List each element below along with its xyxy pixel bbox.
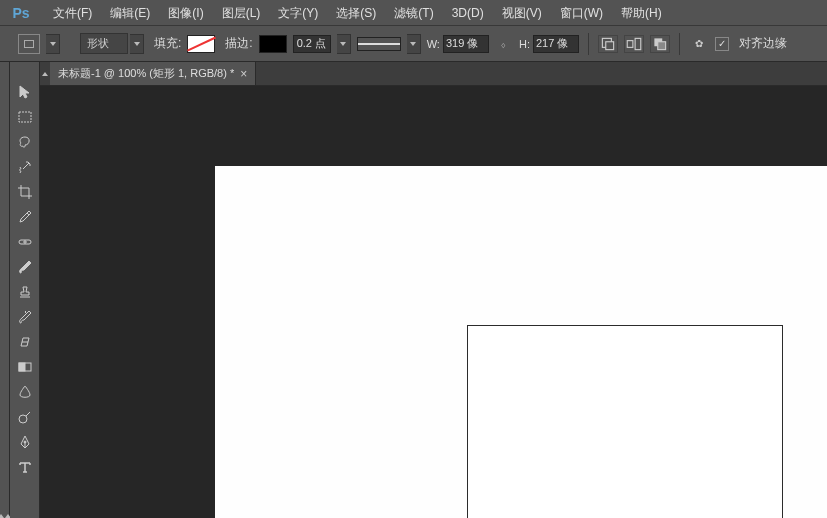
menu-3d[interactable]: 3D(D) bbox=[443, 0, 493, 26]
document-tab[interactable]: 未标题-1 @ 100% (矩形 1, RGB/8) * × bbox=[50, 62, 256, 85]
width-label: W: bbox=[427, 38, 440, 50]
healing-tool-icon[interactable] bbox=[14, 232, 36, 252]
stamp-tool-icon[interactable] bbox=[14, 282, 36, 302]
stroke-swatch[interactable] bbox=[259, 35, 287, 53]
menu-help[interactable]: 帮助(H) bbox=[612, 0, 671, 26]
menu-filter[interactable]: 滤镜(T) bbox=[385, 0, 442, 26]
eyedropper-tool-icon[interactable] bbox=[14, 207, 36, 227]
stroke-type-picker[interactable] bbox=[357, 37, 401, 51]
height-label: H: bbox=[519, 38, 530, 50]
tool-preset-picker[interactable] bbox=[18, 34, 40, 54]
close-tab-icon[interactable]: × bbox=[240, 67, 247, 81]
menu-bar: Ps 文件(F) 编辑(E) 图像(I) 图层(L) 文字(Y) 选择(S) 滤… bbox=[0, 0, 827, 26]
divider bbox=[679, 33, 680, 55]
stroke-width-input[interactable]: 0.2 点 bbox=[293, 35, 331, 53]
menu-window[interactable]: 窗口(W) bbox=[551, 0, 612, 26]
fill-label: 填充: bbox=[154, 35, 181, 52]
link-wh-icon[interactable]: ⬨ bbox=[495, 35, 513, 53]
shape-mode-arrow[interactable] bbox=[130, 34, 144, 54]
document-tab-strip: 未标题-1 @ 100% (矩形 1, RGB/8) * × bbox=[40, 62, 827, 86]
menu-layer[interactable]: 图层(L) bbox=[213, 0, 270, 26]
stroke-type-dropdown[interactable] bbox=[407, 34, 421, 54]
path-arrange-icon[interactable] bbox=[650, 35, 670, 53]
svg-point-10 bbox=[19, 415, 27, 423]
gear-icon[interactable]: ✿ bbox=[689, 35, 709, 53]
menu-edit[interactable]: 编辑(E) bbox=[101, 0, 159, 26]
type-tool-icon[interactable] bbox=[14, 457, 36, 477]
svg-rect-6 bbox=[19, 112, 31, 122]
stroke-label: 描边: bbox=[225, 35, 252, 52]
menu-type[interactable]: 文字(Y) bbox=[269, 0, 327, 26]
canvas[interactable] bbox=[215, 166, 827, 518]
document-tab-title: 未标题-1 @ 100% (矩形 1, RGB/8) * bbox=[58, 66, 234, 81]
pen-tool-icon[interactable] bbox=[14, 432, 36, 452]
menu-select[interactable]: 选择(S) bbox=[327, 0, 385, 26]
width-input[interactable]: 319 像 bbox=[443, 35, 489, 53]
menu-file[interactable]: 文件(F) bbox=[44, 0, 101, 26]
lasso-tool-icon[interactable] bbox=[14, 132, 36, 152]
rectangle-shape[interactable] bbox=[467, 325, 783, 518]
canvas-viewport[interactable] bbox=[40, 86, 827, 518]
width-group: W: 319 像 bbox=[427, 35, 489, 53]
gradient-tool-icon[interactable] bbox=[14, 357, 36, 377]
document-area: 未标题-1 @ 100% (矩形 1, RGB/8) * × bbox=[40, 62, 827, 518]
app-logo: Ps bbox=[10, 2, 32, 24]
tools-panel bbox=[10, 62, 40, 518]
svg-point-11 bbox=[24, 441, 26, 443]
eraser-tool-icon[interactable] bbox=[14, 332, 36, 352]
menu-image[interactable]: 图像(I) bbox=[159, 0, 212, 26]
shape-mode-dropdown[interactable]: 形状 bbox=[80, 33, 144, 54]
svg-rect-3 bbox=[635, 38, 641, 49]
dodge-tool-icon[interactable] bbox=[14, 407, 36, 427]
height-input[interactable]: 217 像 bbox=[533, 35, 579, 53]
fill-swatch[interactable] bbox=[187, 35, 215, 53]
divider bbox=[588, 33, 589, 55]
align-edges-checkbox[interactable]: ✓ bbox=[715, 37, 729, 51]
stroke-width-dropdown[interactable] bbox=[337, 34, 351, 54]
path-operations-icon[interactable] bbox=[598, 35, 618, 53]
move-tool-icon[interactable] bbox=[14, 82, 36, 102]
height-group: H: 217 像 bbox=[519, 35, 579, 53]
tabstrip-toggle-icon[interactable] bbox=[40, 62, 50, 85]
svg-rect-5 bbox=[658, 41, 666, 49]
history-brush-tool-icon[interactable] bbox=[14, 307, 36, 327]
brush-tool-icon[interactable] bbox=[14, 257, 36, 277]
toolbar-collapse-strip[interactable] bbox=[0, 62, 10, 518]
menu-view[interactable]: 视图(V) bbox=[493, 0, 551, 26]
magic-wand-tool-icon[interactable] bbox=[14, 157, 36, 177]
svg-rect-2 bbox=[627, 40, 633, 47]
svg-rect-1 bbox=[606, 41, 614, 49]
options-bar: 形状 填充: 描边: 0.2 点 W: 319 像 ⬨ H: 217 像 ✿ ✓… bbox=[0, 26, 827, 62]
svg-rect-9 bbox=[19, 363, 25, 371]
shape-mode-label: 形状 bbox=[80, 33, 128, 54]
align-edges-label: 对齐边缘 bbox=[739, 35, 787, 52]
marquee-tool-icon[interactable] bbox=[14, 107, 36, 127]
tool-preset-dropdown[interactable] bbox=[46, 34, 60, 54]
blur-tool-icon[interactable] bbox=[14, 382, 36, 402]
crop-tool-icon[interactable] bbox=[14, 182, 36, 202]
path-align-icon[interactable] bbox=[624, 35, 644, 53]
